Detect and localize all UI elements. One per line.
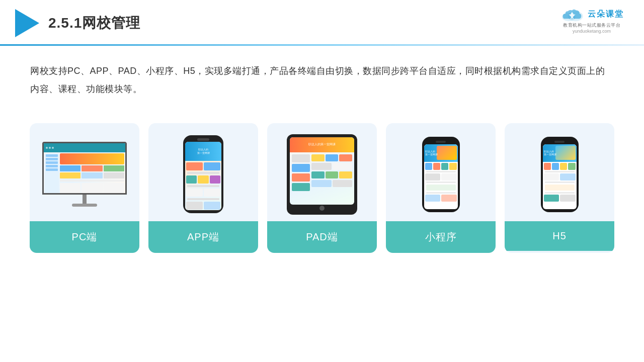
tablet-block	[339, 171, 352, 178]
monitor-card	[82, 172, 102, 178]
miniprogram-card: 职达人的第一堂网课	[386, 123, 496, 253]
phone-screen: 职达人的第一堂网课	[185, 142, 221, 210]
h5-line	[545, 182, 575, 183]
h5-block	[544, 173, 559, 180]
monitor-card	[60, 183, 80, 193]
phone-block	[186, 162, 203, 170]
monitor-card	[82, 165, 102, 171]
cloud-icon	[559, 6, 585, 22]
monitor-card	[82, 183, 102, 193]
phone-block	[198, 175, 208, 184]
monitor-card	[104, 172, 124, 178]
h5-screen: 职达人的第一堂网课	[543, 144, 577, 209]
sidebar-item	[46, 161, 58, 164]
brand-name: 云朵课堂	[588, 9, 624, 20]
mini-line	[426, 182, 456, 183]
tablet-screen: 职达人的第一堂网课	[290, 137, 354, 205]
h5-block	[552, 163, 559, 170]
tablet-block	[292, 173, 310, 182]
tablet-body	[290, 152, 354, 193]
phone-banner: 职达人的第一堂网课	[185, 142, 221, 161]
h5-row	[544, 163, 576, 170]
h5-card: 职达人的第一堂网课	[505, 123, 614, 253]
logo-icon	[15, 9, 39, 37]
tablet-home-button	[319, 206, 325, 211]
mini-content	[424, 162, 458, 203]
topbar-dot	[49, 147, 51, 149]
brand-tagline: 教育机构一站式服务云平台	[563, 23, 620, 29]
h5-line	[545, 171, 575, 172]
phone-block	[186, 175, 197, 184]
sidebar-item	[46, 168, 58, 171]
pad-tablet: 职达人的第一堂网课	[287, 134, 357, 215]
mini-screen: 职达人的第一堂网课	[424, 144, 458, 209]
monitor-screen	[42, 142, 127, 195]
sidebar-item	[46, 154, 58, 157]
h5-block	[560, 195, 576, 202]
monitor-card	[60, 165, 80, 171]
tablet-block	[326, 154, 339, 161]
tablet-left	[292, 154, 310, 191]
phone-block	[186, 189, 203, 197]
brand-url: yunduoketang.com	[573, 29, 611, 34]
tablet-block	[292, 183, 310, 191]
monitor-main	[60, 153, 124, 193]
h5-row	[544, 173, 576, 180]
phone-row	[186, 175, 220, 184]
monitor-cards-row	[60, 183, 124, 193]
phone-content	[185, 161, 221, 210]
h5-orange-block	[545, 185, 575, 191]
mini-block	[425, 195, 441, 202]
phone-notch	[197, 138, 209, 141]
miniprogram-label: 小程序	[386, 221, 496, 253]
tablet-row	[311, 180, 352, 187]
tablet-block	[311, 171, 325, 178]
brand-logo-icon: 云朵课堂	[559, 6, 624, 22]
h5-label: H5	[505, 221, 614, 251]
mini-row	[425, 195, 457, 202]
app-label: APP端	[148, 221, 258, 253]
tablet-block	[333, 180, 353, 187]
phone-line	[187, 185, 219, 187]
tablet-block	[292, 164, 310, 172]
monitor-screen-inner	[44, 143, 125, 193]
miniprogram-phone: 职达人的第一堂网课	[422, 137, 460, 212]
phone-line	[187, 198, 219, 200]
h5-block	[560, 163, 567, 170]
header: 2.5.1网校管理 云朵课堂 教育机构一站式服务云平台 yunduoketang…	[0, 0, 644, 37]
mini-line	[426, 192, 456, 194]
tablet-block	[326, 171, 339, 178]
mini-banner-text: 职达人的第一堂网课	[424, 149, 458, 157]
monitor-sidebar	[45, 153, 59, 193]
h5-row	[544, 195, 576, 202]
tablet-row	[311, 154, 352, 161]
tablet-block	[292, 154, 310, 162]
pc-image-area	[30, 123, 139, 221]
mini-block	[441, 173, 457, 180]
phone-block	[210, 175, 220, 184]
tablet-block	[339, 154, 352, 161]
cards-area: PC端 职达人的第一堂网课	[0, 103, 644, 253]
pad-label: PAD端	[267, 221, 377, 253]
phone-row	[186, 202, 220, 210]
page-title: 2.5.1网校管理	[48, 14, 140, 33]
app-image-area: 职达人的第一堂网课	[148, 123, 258, 221]
monitor-topbar	[44, 143, 125, 152]
phone-block	[204, 162, 220, 170]
h5-line	[545, 192, 575, 194]
h5-phone: 职达人的第一堂网课	[541, 137, 579, 212]
phone-banner-text: 职达人的第一堂网课	[197, 148, 210, 155]
mini-row	[425, 173, 457, 180]
h5-content	[543, 162, 577, 203]
tablet-block	[311, 163, 332, 170]
divider-line	[60, 180, 124, 182]
h5-block	[568, 163, 575, 170]
phone-line	[187, 172, 219, 174]
mini-block	[441, 163, 448, 170]
monitor-card	[60, 172, 80, 178]
brand-logo: 云朵课堂 教育机构一站式服务云平台 yunduoketang.com	[559, 6, 624, 34]
tablet-block	[333, 163, 353, 170]
monitor-content	[44, 152, 125, 194]
tablet-right	[311, 154, 352, 191]
pad-image-area: 职达人的第一堂网课	[267, 123, 377, 221]
